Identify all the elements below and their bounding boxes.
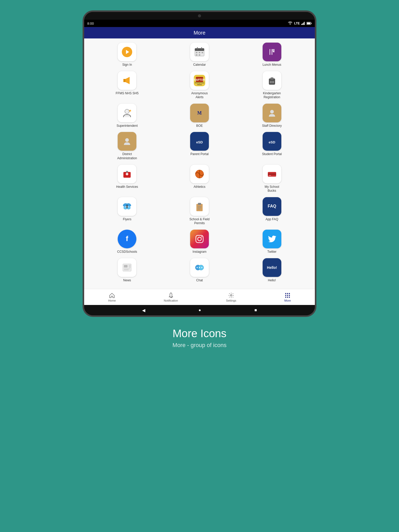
icon-item-sign-in[interactable]: Sign In xyxy=(92,43,162,67)
svg-rect-16 xyxy=(202,52,203,53)
svg-rect-51 xyxy=(126,171,128,172)
svg-text:FAQ: FAQ xyxy=(268,204,276,208)
square-button[interactable]: ■ xyxy=(255,308,257,312)
icon-item-hello[interactable]: Hello! Hello! xyxy=(237,258,307,283)
athletics-label: Athletics xyxy=(194,185,205,189)
icon-item-ffms[interactable]: FFMS NHS SH5 xyxy=(92,71,162,99)
icon-item-news[interactable]: News xyxy=(92,258,162,283)
mybucks-icon xyxy=(266,168,278,180)
nav-home[interactable]: Home xyxy=(104,291,120,304)
student-portal-label: Student Portal xyxy=(262,152,282,156)
bottom-nav: Home Notification Settings xyxy=(84,289,315,305)
svg-rect-99 xyxy=(287,293,288,294)
settings-icon xyxy=(228,292,234,298)
tablet-top-bar xyxy=(84,12,315,20)
svg-text:Hello!: Hello! xyxy=(267,265,277,270)
svg-rect-17 xyxy=(196,54,197,56)
svg-point-42 xyxy=(270,110,274,114)
schoolpermits-icon-box xyxy=(190,197,209,216)
kinder-icon-box xyxy=(263,71,281,90)
wifi-icon xyxy=(288,22,292,25)
studentportal-icon-box: eSD xyxy=(263,132,281,151)
health-icon-box xyxy=(118,165,136,183)
chat-icon-box xyxy=(190,258,209,277)
anonymous-alerts-label: Anonymous Alerts xyxy=(188,91,211,99)
battery-icon xyxy=(307,22,312,25)
nav-more[interactable]: More xyxy=(280,291,295,304)
icon-item-flyers[interactable]: Flyers xyxy=(92,197,162,225)
studentportal-icon: eSD xyxy=(266,136,278,147)
parentportal-icon: eSD xyxy=(194,136,205,147)
icon-item-health-services[interactable]: Health Services xyxy=(92,165,162,193)
icon-item-facebook[interactable]: f CCSDSchools xyxy=(92,230,162,254)
icon-item-staff-directory[interactable]: Staff Directory xyxy=(237,104,307,128)
svg-rect-18 xyxy=(199,54,200,56)
icon-item-district-admin[interactable]: District Administration xyxy=(92,132,162,160)
icon-item-chat[interactable]: Chat xyxy=(164,258,235,283)
calendar-icon xyxy=(194,46,205,58)
svg-rect-100 xyxy=(289,293,290,294)
icon-item-instagram[interactable]: Instagram xyxy=(164,230,235,254)
svg-rect-14 xyxy=(196,52,197,53)
icon-item-my-school-bucks[interactable]: My School Bucks xyxy=(237,165,307,193)
icon-item-boe[interactable]: M BOE xyxy=(164,104,235,128)
icon-item-athletics[interactable]: Athletics xyxy=(164,165,235,193)
kinder-icon xyxy=(266,75,278,86)
app-content[interactable]: Sign In Calen xyxy=(84,38,315,289)
facebook-icon: f xyxy=(121,233,133,245)
parent-portal-label: Parent Portal xyxy=(190,152,209,156)
hello-icon: Hello! xyxy=(266,262,278,273)
super-icon-box xyxy=(118,104,136,122)
icon-item-school-permits[interactable]: School & Field Permits xyxy=(164,197,235,225)
staff-directory-label: Staff Directory xyxy=(262,124,282,128)
svg-point-79 xyxy=(201,236,202,237)
ccsd-schools-label: CCSDSchools xyxy=(117,250,137,254)
nav-settings-label: Settings xyxy=(226,299,236,302)
icon-item-anonymous-alerts[interactable]: RAPTOR Anonymous Alerts Anonymous Alerts xyxy=(164,71,235,99)
svg-rect-106 xyxy=(289,297,290,298)
icon-item-superintendent[interactable]: Superintendent xyxy=(92,104,162,128)
athletics-icon-box xyxy=(190,165,209,183)
icon-item-twitter[interactable]: Twitter xyxy=(237,230,307,254)
svg-text:M: M xyxy=(197,110,202,116)
svg-rect-12 xyxy=(197,47,198,49)
icon-item-lunch-menus[interactable]: Lunch Menus xyxy=(237,43,307,67)
mybucks-icon-box xyxy=(263,165,281,183)
svg-point-94 xyxy=(201,267,202,268)
twitter-icon-box xyxy=(263,230,281,248)
boe-icon-box: M xyxy=(190,104,209,122)
schoolpermits-icon xyxy=(194,201,205,212)
svg-point-66 xyxy=(127,204,128,209)
ffms-label: FFMS NHS SH5 xyxy=(116,91,138,96)
news-icon-box xyxy=(118,258,136,277)
svg-rect-98 xyxy=(285,293,286,294)
home-button[interactable]: ● xyxy=(198,308,201,312)
back-button[interactable]: ◀ xyxy=(142,308,145,313)
distadmin-icon-box xyxy=(118,132,136,151)
icon-item-kinder[interactable]: Kindergarten Registration xyxy=(237,71,307,99)
svg-rect-60 xyxy=(269,175,271,176)
nav-notification[interactable]: Notification xyxy=(160,291,182,304)
svg-rect-102 xyxy=(287,295,288,296)
ffms-icon xyxy=(121,75,133,86)
signal-icon xyxy=(301,22,305,25)
svg-point-93 xyxy=(199,267,200,268)
appfaq-icon-box: FAQ xyxy=(263,197,281,216)
app-header: More xyxy=(84,27,315,38)
tablet-bottom-bar: ◀ ● ■ xyxy=(84,305,315,315)
twitter-icon xyxy=(266,233,278,245)
distadmin-icon xyxy=(121,136,133,147)
chat-icon xyxy=(194,262,205,273)
svg-rect-1 xyxy=(301,24,302,25)
caption-subtitle: More - group of icons xyxy=(172,342,227,349)
svg-text:Alerts: Alerts xyxy=(197,84,202,85)
icon-item-calendar[interactable]: Calendar xyxy=(164,43,235,67)
icon-item-app-faq[interactable]: FAQ App FAQ xyxy=(237,197,307,225)
icon-item-parent-portal[interactable]: eSD Parent Portal xyxy=(164,132,235,160)
more-icon xyxy=(284,292,291,298)
nav-settings[interactable]: Settings xyxy=(222,291,241,304)
ffms-icon-box xyxy=(118,71,136,90)
icon-item-student-portal[interactable]: eSD Student Portal xyxy=(237,132,307,160)
svg-rect-69 xyxy=(198,203,201,205)
svg-rect-2 xyxy=(302,23,303,25)
